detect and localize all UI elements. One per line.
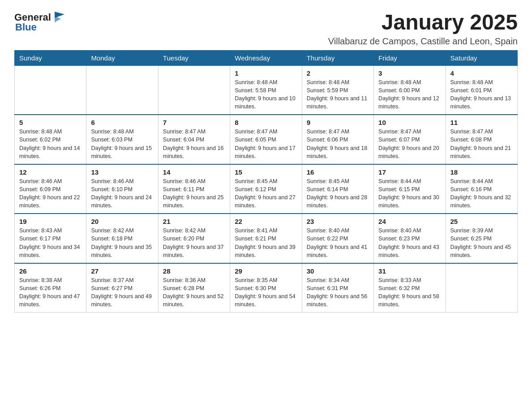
day-info: Sunrise: 8:43 AM Sunset: 6:17 PM Dayligh… — [19, 227, 82, 259]
day-number: 29 — [235, 267, 297, 275]
day-number: 10 — [378, 119, 441, 126]
calendar-cell: 16Sunrise: 8:45 AM Sunset: 6:14 PM Dayli… — [302, 164, 373, 214]
calendar-cell: 6Sunrise: 8:48 AM Sunset: 6:03 PM Daylig… — [86, 115, 158, 164]
day-number: 6 — [91, 119, 153, 126]
calendar-cell: 13Sunrise: 8:46 AM Sunset: 6:10 PM Dayli… — [86, 164, 158, 214]
day-number: 31 — [378, 267, 441, 275]
day-number: 9 — [307, 119, 369, 126]
day-info: Sunrise: 8:48 AM Sunset: 6:00 PM Dayligh… — [378, 78, 441, 111]
calendar-week-row: 19Sunrise: 8:43 AM Sunset: 6:17 PM Dayli… — [15, 214, 518, 263]
day-info: Sunrise: 8:47 AM Sunset: 6:08 PM Dayligh… — [450, 128, 513, 160]
calendar-cell: 8Sunrise: 8:47 AM Sunset: 6:05 PM Daylig… — [230, 115, 302, 164]
day-number: 18 — [450, 168, 513, 176]
day-number: 15 — [235, 168, 297, 176]
day-number: 5 — [19, 119, 82, 126]
calendar-cell: 20Sunrise: 8:42 AM Sunset: 6:18 PM Dayli… — [86, 214, 158, 263]
calendar-header-saturday: Saturday — [446, 50, 517, 65]
day-info: Sunrise: 8:44 AM Sunset: 6:15 PM Dayligh… — [378, 177, 441, 210]
calendar-table: SundayMondayTuesdayWednesdayThursdayFrid… — [14, 50, 518, 313]
day-info: Sunrise: 8:45 AM Sunset: 6:14 PM Dayligh… — [307, 177, 369, 210]
calendar-cell: 10Sunrise: 8:47 AM Sunset: 6:07 PM Dayli… — [374, 115, 446, 164]
day-number: 25 — [450, 218, 513, 225]
svg-marker-1 — [55, 16, 61, 22]
calendar-cell: 26Sunrise: 8:38 AM Sunset: 6:26 PM Dayli… — [15, 263, 86, 313]
calendar-week-row: 26Sunrise: 8:38 AM Sunset: 6:26 PM Dayli… — [15, 263, 518, 313]
calendar-cell: 4Sunrise: 8:48 AM Sunset: 6:01 PM Daylig… — [446, 65, 517, 115]
day-info: Sunrise: 8:34 AM Sunset: 6:31 PM Dayligh… — [307, 276, 369, 309]
day-number: 27 — [91, 267, 153, 275]
day-info: Sunrise: 8:45 AM Sunset: 6:12 PM Dayligh… — [235, 177, 297, 210]
day-number: 21 — [163, 218, 225, 225]
calendar-week-row: 12Sunrise: 8:46 AM Sunset: 6:09 PM Dayli… — [15, 164, 518, 214]
day-number: 28 — [163, 267, 225, 275]
calendar-cell: 3Sunrise: 8:48 AM Sunset: 6:00 PM Daylig… — [374, 65, 446, 115]
day-info: Sunrise: 8:48 AM Sunset: 6:03 PM Dayligh… — [91, 128, 153, 160]
calendar-header-monday: Monday — [86, 50, 158, 65]
calendar-cell: 5Sunrise: 8:48 AM Sunset: 6:02 PM Daylig… — [15, 115, 86, 164]
day-info: Sunrise: 8:39 AM Sunset: 6:25 PM Dayligh… — [450, 227, 513, 259]
logo-blue-text: Blue — [15, 21, 37, 33]
calendar-week-row: 5Sunrise: 8:48 AM Sunset: 6:02 PM Daylig… — [15, 115, 518, 164]
subtitle: Villabaruz de Campos, Castille and Leon,… — [328, 36, 518, 47]
day-info: Sunrise: 8:40 AM Sunset: 6:23 PM Dayligh… — [378, 227, 441, 259]
calendar-cell: 9Sunrise: 8:47 AM Sunset: 6:06 PM Daylig… — [302, 115, 373, 164]
calendar-cell — [15, 65, 86, 115]
day-number: 11 — [450, 119, 513, 126]
day-info: Sunrise: 8:41 AM Sunset: 6:21 PM Dayligh… — [235, 227, 297, 259]
day-number: 30 — [307, 267, 369, 275]
calendar-cell: 31Sunrise: 8:33 AM Sunset: 6:32 PM Dayli… — [374, 263, 446, 313]
calendar-header-thursday: Thursday — [302, 50, 373, 65]
day-info: Sunrise: 8:35 AM Sunset: 6:30 PM Dayligh… — [235, 276, 297, 309]
day-info: Sunrise: 8:36 AM Sunset: 6:28 PM Dayligh… — [163, 276, 225, 309]
day-info: Sunrise: 8:44 AM Sunset: 6:16 PM Dayligh… — [450, 177, 513, 210]
day-info: Sunrise: 8:38 AM Sunset: 6:26 PM Dayligh… — [19, 276, 82, 309]
calendar-cell: 11Sunrise: 8:47 AM Sunset: 6:08 PM Dayli… — [446, 115, 517, 164]
calendar-cell: 29Sunrise: 8:35 AM Sunset: 6:30 PM Dayli… — [230, 263, 302, 313]
day-info: Sunrise: 8:48 AM Sunset: 5:58 PM Dayligh… — [235, 78, 297, 111]
logo-flag-icon — [52, 10, 65, 24]
calendar-header-sunday: Sunday — [15, 50, 86, 65]
calendar-cell: 14Sunrise: 8:46 AM Sunset: 6:11 PM Dayli… — [158, 164, 230, 214]
calendar-cell: 25Sunrise: 8:39 AM Sunset: 6:25 PM Dayli… — [446, 214, 517, 263]
calendar-cell — [446, 263, 517, 313]
title-block: January 2025 Villabaruz de Campos, Casti… — [328, 11, 518, 47]
day-number: 22 — [235, 218, 297, 225]
day-info: Sunrise: 8:46 AM Sunset: 6:11 PM Dayligh… — [163, 177, 225, 210]
day-number: 1 — [235, 69, 297, 77]
day-info: Sunrise: 8:46 AM Sunset: 6:09 PM Dayligh… — [19, 177, 82, 210]
day-info: Sunrise: 8:40 AM Sunset: 6:22 PM Dayligh… — [307, 227, 369, 259]
day-info: Sunrise: 8:37 AM Sunset: 6:27 PM Dayligh… — [91, 276, 153, 309]
calendar-cell: 30Sunrise: 8:34 AM Sunset: 6:31 PM Dayli… — [302, 263, 373, 313]
logo: General Blue — [14, 11, 65, 33]
day-number: 17 — [378, 168, 441, 176]
calendar-cell: 22Sunrise: 8:41 AM Sunset: 6:21 PM Dayli… — [230, 214, 302, 263]
calendar-header-friday: Friday — [374, 50, 446, 65]
calendar-cell: 15Sunrise: 8:45 AM Sunset: 6:12 PM Dayli… — [230, 164, 302, 214]
day-number: 24 — [378, 218, 441, 225]
calendar-cell: 21Sunrise: 8:42 AM Sunset: 6:20 PM Dayli… — [158, 214, 230, 263]
day-number: 19 — [19, 218, 82, 225]
day-number: 3 — [378, 69, 441, 77]
day-info: Sunrise: 8:47 AM Sunset: 6:04 PM Dayligh… — [163, 128, 225, 160]
page-header: General Blue January 2025 Villabaruz de … — [14, 11, 518, 47]
day-info: Sunrise: 8:42 AM Sunset: 6:20 PM Dayligh… — [163, 227, 225, 259]
calendar-cell: 18Sunrise: 8:44 AM Sunset: 6:16 PM Dayli… — [446, 164, 517, 214]
calendar-cell: 28Sunrise: 8:36 AM Sunset: 6:28 PM Dayli… — [158, 263, 230, 313]
day-info: Sunrise: 8:48 AM Sunset: 5:59 PM Dayligh… — [307, 78, 369, 111]
day-info: Sunrise: 8:46 AM Sunset: 6:10 PM Dayligh… — [91, 177, 153, 210]
day-info: Sunrise: 8:33 AM Sunset: 6:32 PM Dayligh… — [378, 276, 441, 309]
calendar-cell: 7Sunrise: 8:47 AM Sunset: 6:04 PM Daylig… — [158, 115, 230, 164]
day-info: Sunrise: 8:47 AM Sunset: 6:05 PM Dayligh… — [235, 128, 297, 160]
calendar-week-row: 1Sunrise: 8:48 AM Sunset: 5:58 PM Daylig… — [15, 65, 518, 115]
day-number: 12 — [19, 168, 82, 176]
calendar-cell: 19Sunrise: 8:43 AM Sunset: 6:17 PM Dayli… — [15, 214, 86, 263]
calendar-cell — [158, 65, 230, 115]
day-number: 7 — [163, 119, 225, 126]
day-number: 2 — [307, 69, 369, 77]
calendar-cell: 27Sunrise: 8:37 AM Sunset: 6:27 PM Dayli… — [86, 263, 158, 313]
calendar-cell: 17Sunrise: 8:44 AM Sunset: 6:15 PM Dayli… — [374, 164, 446, 214]
day-number: 26 — [19, 267, 82, 275]
day-number: 8 — [235, 119, 297, 126]
day-number: 14 — [163, 168, 225, 176]
day-number: 16 — [307, 168, 369, 176]
